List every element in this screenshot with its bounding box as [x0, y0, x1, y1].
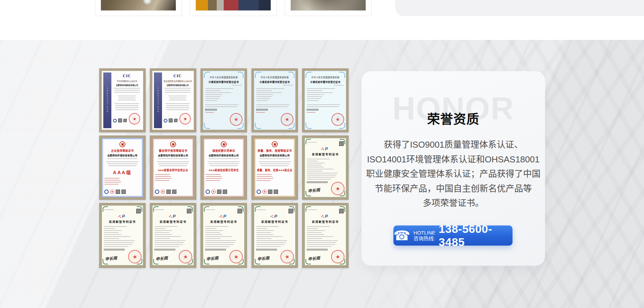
qr-code-icon — [217, 190, 221, 194]
cert-text-line — [256, 96, 272, 97]
corner-ornament — [306, 123, 312, 129]
certificate-copyright: 中华人民共和国国家版权局 计算机软件著作权登记证书 ★ — [201, 68, 247, 132]
corner-ornament — [255, 123, 261, 129]
cert-text-line — [307, 234, 324, 235]
cert-title: 计算机软件著作权登记证书 — [307, 80, 344, 84]
cert-title: 计算机软件著作权登记证书 — [205, 80, 242, 84]
cert-text-line — [259, 161, 290, 162]
cert-text-line — [256, 98, 270, 99]
cert-text-line — [256, 112, 265, 113]
cert-title: 环境管理体系认证证书 — [113, 80, 141, 83]
cert-text-line — [307, 226, 330, 227]
cert-title: 职业健康安全管理体系认证证书 — [164, 80, 192, 83]
cert-text-line — [307, 98, 321, 99]
cnipa-logo: P — [155, 214, 192, 219]
cert-text-line — [307, 177, 335, 177]
cert-text-line — [205, 228, 216, 229]
cert-text-line — [256, 106, 288, 107]
cert-text-line — [307, 112, 316, 113]
cert-text-line — [307, 242, 336, 243]
certificate-patent: P 实用新型专利证书 申长雨 ★ — [302, 203, 348, 268]
hotline-button[interactable]: ☎ HOTLINE 咨询热线: 138-5600-3485 — [393, 225, 513, 246]
project-photo-card-1[interactable] — [95, 0, 182, 16]
cert-text-line — [205, 104, 238, 105]
cert-text-line — [260, 163, 290, 164]
cert-authority: 中华人民共和国国家版权局 — [256, 75, 293, 79]
cert-company: 合肥珂玛环保科技有限公司 — [164, 84, 192, 87]
cert-text-line — [104, 184, 119, 185]
cert-paper: 中华人民共和国国家版权局 计算机软件著作权登记证书 ★ — [305, 71, 346, 130]
cert-text-line — [104, 234, 121, 235]
corner-ornament — [187, 206, 193, 212]
cert-text-line — [166, 107, 190, 108]
cert-text-line — [257, 176, 273, 177]
qr-code-icon — [172, 190, 176, 194]
credit-emblem — [221, 141, 227, 147]
cert-text-line — [205, 94, 222, 95]
cert-paper: 中华人民共和国国家版权局 计算机软件著作权登记证书 ★ — [254, 71, 296, 130]
cert-text-line — [307, 88, 335, 89]
cert-text-line — [205, 106, 237, 107]
qr-code-icon — [174, 119, 177, 122]
certificate-patent: P 实用新型专利证书 申长雨 ★ — [252, 203, 298, 268]
red-star-seal: ★ — [128, 112, 141, 125]
cert-text-line — [256, 230, 274, 231]
cert-text-line — [155, 174, 170, 175]
cert-logos: ★ — [104, 190, 141, 194]
cert-text-line — [155, 244, 183, 245]
cert-text-line — [155, 178, 172, 179]
cert-text-line — [115, 103, 139, 104]
cert-text-line — [158, 163, 189, 164]
cert-text-line — [205, 234, 222, 235]
cert-header-row — [256, 209, 293, 213]
cert-text-line — [205, 236, 232, 237]
project-photo-crane-truck — [196, 0, 271, 11]
cert-text-line — [205, 92, 231, 93]
cert-text-line — [104, 242, 133, 243]
cert-award-text: AAA级 — [104, 169, 141, 175]
certificate-patent: P 实用新型专利证书 申长雨 ★ — [201, 203, 247, 268]
cert-authority: 中华人民共和国国家版权局 — [307, 75, 344, 79]
qr-code-icon — [121, 190, 126, 194]
cert-text-line — [256, 94, 273, 95]
certificate-patent: P 实用新型专利证书 申长雨 ★ — [302, 136, 348, 200]
corner-ornament — [339, 72, 345, 78]
cert-text-line — [307, 238, 322, 239]
previous-section-strip — [0, 0, 644, 40]
project-photo-card-2[interactable] — [190, 0, 277, 16]
cert-text-line — [155, 234, 172, 235]
cert-text-line — [205, 230, 223, 231]
cert-text-line — [205, 240, 236, 241]
qr-code-icon — [274, 190, 278, 194]
qr-code-icon — [116, 190, 120, 194]
cert-text-line — [307, 167, 324, 167]
cert-text-line — [209, 163, 239, 164]
phone-icon: ☎ — [393, 229, 410, 242]
cert-text-line — [256, 240, 287, 241]
cnipa-logo: P — [256, 214, 293, 219]
hotline-label-zh: 咨询热线: — [414, 236, 435, 241]
cert-text-line — [307, 165, 322, 165]
cert-text-line — [155, 232, 169, 233]
red-star-stamp: ★ — [262, 190, 267, 194]
cert-award-text: 质量、服务、信誉AAA级企业 — [257, 168, 293, 172]
corner-ornament — [204, 123, 210, 129]
cert-text-line — [206, 180, 220, 181]
cert-text-line — [104, 240, 135, 241]
cnipa-logo: P — [205, 214, 242, 219]
certificate-credit: 诚信经营示范单位 合肥珂玛环保科技有限公司 AAA级诚信经营示范单位 ★ — [201, 136, 247, 200]
cert-paper: CERTIFICATE CIC 环境管理体系认证证书 合肥珂玛环保科技有限公司 … — [102, 71, 143, 130]
cert-text-line — [256, 238, 272, 239]
project-photo-excavation — [101, 0, 176, 11]
cic-band-label: CERTIFICATE — [106, 88, 109, 113]
project-photo-card-3[interactable] — [285, 0, 372, 16]
cnipa-logo: P — [307, 214, 344, 219]
cic-logo: CIC — [164, 73, 192, 79]
cert-text-line — [307, 232, 322, 233]
red-star-stamp: ★ — [161, 190, 165, 194]
cert-text-line — [256, 232, 271, 233]
credit-round-logo — [104, 190, 109, 194]
cert-text-line — [155, 236, 181, 237]
cert-text-line — [307, 90, 322, 91]
credit-emblem — [119, 141, 125, 147]
